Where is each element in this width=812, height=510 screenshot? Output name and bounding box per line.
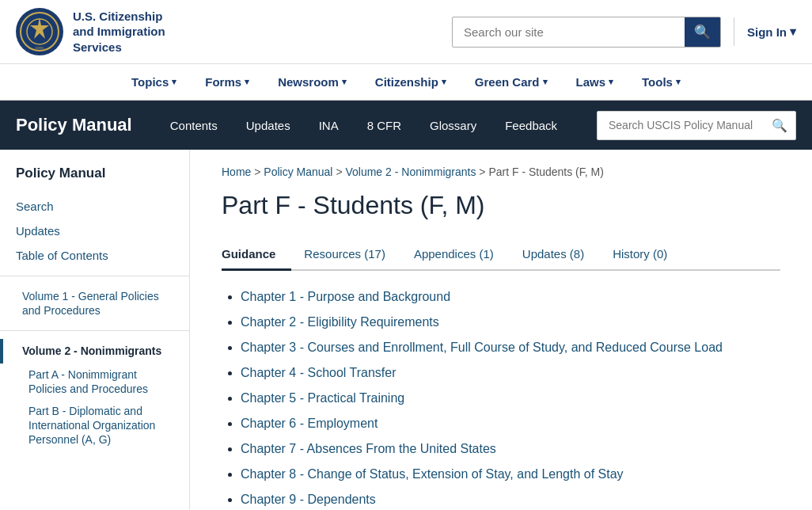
policy-manual-header: Policy Manual Contents Updates INA 8 CFR… <box>0 101 812 150</box>
breadcrumb: Home > Policy Manual > Volume 2 - Nonimm… <box>222 166 780 178</box>
nav-greencard-label: Green Card <box>475 75 540 89</box>
tab-resources[interactable]: Resources (17) <box>304 239 401 271</box>
search-input[interactable] <box>453 19 685 45</box>
content-area: Home > Policy Manual > Volume 2 - Nonimm… <box>190 150 812 510</box>
tabs: Guidance Resources (17) Appendices (1) U… <box>222 239 780 271</box>
sidebar-item-toc[interactable]: Table of Contents <box>0 243 189 268</box>
chevron-down-icon: ▾ <box>172 77 176 87</box>
sidebar-item-vol2[interactable]: Volume 2 - Nonimmigrants <box>0 339 189 363</box>
search-button[interactable]: 🔍 <box>685 17 720 47</box>
nav-topics[interactable]: Topics ▾ <box>117 64 191 100</box>
sidebar-divider <box>0 330 189 331</box>
nav-laws-label: Laws <box>576 75 606 89</box>
breadcrumb-sep: > <box>336 166 345 178</box>
sidebar-divider <box>0 276 189 276</box>
chevron-down-icon: ▾ <box>342 77 347 87</box>
tab-appendices[interactable]: Appendices (1) <box>414 239 510 271</box>
list-item: Chapter 1 - Purpose and Background <box>241 290 780 304</box>
policy-search-input[interactable] <box>598 112 764 138</box>
nav-forms[interactable]: Forms ▾ <box>191 64 264 100</box>
sidebar-item-part-b[interactable]: Part B - Diplomatic and International Or… <box>0 400 189 451</box>
page-title: Part F - Students (F, M) <box>222 191 780 220</box>
header-divider <box>734 17 734 46</box>
top-header: DHS U.S. Citizenship and Immigration Ser… <box>0 0 812 64</box>
chapter-3-link[interactable]: Chapter 3 - Courses and Enrollment, Full… <box>241 341 723 354</box>
list-item: Chapter 9 - Dependents <box>241 493 780 507</box>
chevron-down-icon: ▾ <box>245 77 249 87</box>
sidebar: Policy Manual Search Updates Table of Co… <box>0 150 190 510</box>
nav-forms-label: Forms <box>205 75 241 89</box>
list-item: Chapter 4 - School Transfer <box>241 366 780 380</box>
nav-laws[interactable]: Laws ▾ <box>562 64 628 100</box>
chevron-down-icon: ▾ <box>790 25 796 39</box>
chevron-down-icon: ▾ <box>609 77 613 87</box>
main-nav: Topics ▾ Forms ▾ Newsroom ▾ Citizenship … <box>0 64 812 101</box>
sign-in-button[interactable]: Sign In ▾ <box>747 25 796 39</box>
policy-nav-glossary[interactable]: Glossary <box>415 105 491 147</box>
chapter-2-link[interactable]: Chapter 2 - Eligibility Requirements <box>241 315 439 329</box>
list-item: Chapter 6 - Employment <box>241 417 780 431</box>
policy-nav-updates[interactable]: Updates <box>232 105 305 147</box>
sidebar-item-updates[interactable]: Updates <box>0 219 189 243</box>
policy-nav-feedback[interactable]: Feedback <box>491 105 571 147</box>
policy-nav: Contents Updates INA 8 CFR Glossary Feed… <box>156 105 573 147</box>
chapter-9-link[interactable]: Chapter 9 - Dependents <box>241 493 376 506</box>
search-icon: 🔍 <box>772 119 787 132</box>
chapter-list: Chapter 1 - Purpose and Background Chapt… <box>222 290 780 507</box>
chapter-1-link[interactable]: Chapter 1 - Purpose and Background <box>241 290 450 303</box>
breadcrumb-sep: > <box>254 166 264 178</box>
main-layout: Policy Manual Search Updates Table of Co… <box>0 150 812 510</box>
sign-in-label: Sign In <box>747 25 787 39</box>
list-item: Chapter 5 - Practical Training <box>241 391 780 405</box>
nav-citizenship-label: Citizenship <box>375 75 438 89</box>
nav-newsroom[interactable]: Newsroom ▾ <box>264 64 361 100</box>
tab-updates[interactable]: Updates (8) <box>522 239 600 271</box>
chapter-6-link[interactable]: Chapter 6 - Employment <box>241 417 378 430</box>
breadcrumb-policy-manual[interactable]: Policy Manual <box>264 166 332 178</box>
policy-nav-8cfr[interactable]: 8 CFR <box>353 105 415 147</box>
search-icon: 🔍 <box>694 24 711 40</box>
nav-greencard[interactable]: Green Card ▾ <box>461 64 562 100</box>
list-item: Chapter 8 - Change of Status, Extension … <box>241 467 780 481</box>
sidebar-item-vol1[interactable]: Volume 1 - General Policies and Procedur… <box>0 284 189 322</box>
sidebar-item-search[interactable]: Search <box>0 194 189 219</box>
list-item: Chapter 2 - Eligibility Requirements <box>241 315 780 329</box>
chevron-down-icon: ▾ <box>543 77 548 87</box>
breadcrumb-vol2[interactable]: Volume 2 - Nonimmigrants <box>345 166 476 178</box>
policy-nav-contents[interactable]: Contents <box>156 105 232 147</box>
breadcrumb-current: Part F - Students (F, M) <box>488 166 603 178</box>
breadcrumb-sep: > <box>479 166 488 178</box>
chapter-7-link[interactable]: Chapter 7 - Absences From the United Sta… <box>241 442 496 455</box>
chevron-down-icon: ▾ <box>442 77 446 87</box>
policy-manual-title: Policy Manual <box>16 101 132 150</box>
nav-tools-label: Tools <box>642 75 673 89</box>
chapter-4-link[interactable]: Chapter 4 - School Transfer <box>241 366 397 379</box>
list-item: Chapter 3 - Courses and Enrollment, Full… <box>241 341 780 355</box>
site-search[interactable]: 🔍 <box>452 17 721 48</box>
agency-seal: DHS <box>16 8 63 55</box>
policy-search-button[interactable]: 🔍 <box>764 112 795 139</box>
sidebar-title: Policy Manual <box>0 166 189 194</box>
header-right: 🔍 Sign In ▾ <box>452 17 796 48</box>
logo-area: DHS U.S. Citizenship and Immigration Ser… <box>16 8 165 55</box>
nav-citizenship[interactable]: Citizenship ▾ <box>361 64 461 100</box>
agency-name: U.S. Citizenship and Immigration Service… <box>73 9 165 55</box>
breadcrumb-home[interactable]: Home <box>222 166 251 178</box>
policy-nav-ina[interactable]: INA <box>305 105 353 147</box>
nav-tools[interactable]: Tools ▾ <box>628 64 695 100</box>
chapter-8-link[interactable]: Chapter 8 - Change of Status, Extension … <box>241 467 624 481</box>
svg-text:DHS: DHS <box>36 46 44 50</box>
policy-search[interactable]: 🔍 <box>597 111 796 140</box>
sidebar-item-part-a[interactable]: Part A - Nonimmigrant Policies and Proce… <box>0 363 189 400</box>
tab-guidance[interactable]: Guidance <box>222 239 291 271</box>
chevron-down-icon: ▾ <box>676 77 681 87</box>
list-item: Chapter 7 - Absences From the United Sta… <box>241 442 780 456</box>
chapter-5-link[interactable]: Chapter 5 - Practical Training <box>241 391 404 405</box>
nav-newsroom-label: Newsroom <box>278 75 339 89</box>
nav-topics-label: Topics <box>131 75 169 89</box>
tab-history[interactable]: History (0) <box>613 239 683 271</box>
